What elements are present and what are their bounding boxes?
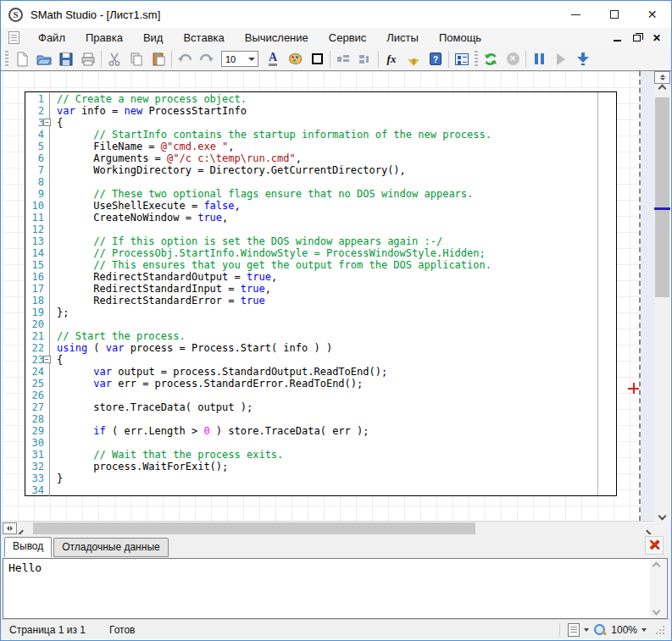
page-options-icon[interactable] [568, 623, 580, 637]
function-button[interactable]: fx [380, 49, 403, 69]
code-line[interactable]: 17 RedirectStandardInput = true, [25, 283, 616, 295]
code-line[interactable]: 5 FileName = @"cmd.exe ", [25, 141, 616, 152]
code-line[interactable]: 24 var output = process.StandardOutput.R… [25, 366, 616, 378]
mdi-minimize-icon[interactable] [614, 40, 621, 41]
show-elements-button[interactable] [451, 49, 473, 69]
code-line[interactable]: 32 process.WaitForExit(); [25, 461, 616, 472]
border-button[interactable] [306, 49, 328, 69]
code-line[interactable]: 23−{ [25, 354, 616, 366]
close-button[interactable]: ✕ [633, 1, 671, 28]
cut-button[interactable] [103, 49, 125, 69]
vertical-scroll-thumb[interactable] [655, 97, 669, 297]
menu-item[interactable]: Листы [376, 29, 429, 47]
menu-item[interactable]: Помощь [429, 29, 492, 47]
code-line[interactable]: 18 RedirectStandardError = true [25, 295, 616, 307]
menu-item[interactable]: Вид [133, 29, 174, 47]
paste-button[interactable] [147, 49, 169, 69]
output-scrollbar[interactable] [650, 560, 666, 617]
code-line[interactable]: 20 [25, 318, 616, 330]
splitter-button[interactable] [654, 71, 670, 84]
zoom-magnifier-icon[interactable] [593, 623, 607, 637]
output-textbox[interactable]: Hello [3, 558, 668, 619]
code-line[interactable]: 22using ( var process = Process.Start( i… [25, 342, 616, 354]
align-horizontal-button[interactable] [332, 49, 354, 69]
horizontal-scrollbar[interactable] [1, 521, 655, 534]
recalculate-button[interactable] [480, 49, 502, 69]
code-text: // Wait that the process exits. [50, 449, 283, 461]
font-color-button[interactable]: A [262, 49, 284, 69]
scroll-up-button[interactable] [654, 86, 670, 97]
menu-item[interactable]: Вычисление [235, 29, 319, 47]
code-line[interactable]: 11 CreateNoWindow = true, [25, 212, 616, 224]
debug-step-button[interactable] [572, 49, 594, 69]
code-line[interactable]: 6 Arguments = @"/c c:\temp\run.cmd", [25, 152, 616, 164]
output-tab[interactable]: Вывод [4, 537, 52, 557]
filter-button[interactable] [403, 49, 425, 69]
code-line[interactable]: 8 [25, 176, 616, 188]
background-color-button[interactable] [284, 49, 306, 69]
code-line[interactable]: 12 [25, 224, 616, 235]
redo-button[interactable] [196, 49, 218, 69]
vertical-scrollbar[interactable] [654, 71, 670, 521]
code-line[interactable]: 13 // If this option is set the DOS wind… [25, 235, 616, 247]
code-line[interactable]: 4 // StartInfo contains the startup info… [25, 129, 616, 141]
resize-grip[interactable] [656, 626, 664, 634]
code-line[interactable]: 1// Create a new process object. [25, 93, 616, 105]
code-line[interactable]: 25 var err = process.StandardError.ReadT… [25, 378, 616, 390]
code-line[interactable]: 27 store.TraceData( output ); [25, 401, 616, 413]
align-vertical-button[interactable] [354, 49, 376, 69]
horizontal-scroll-thumb[interactable] [33, 522, 475, 534]
code-line[interactable]: 7 WorkingDirectory = Directory.GetCurren… [25, 164, 616, 176]
code-line[interactable]: 9 // These two optional flags ensure tha… [25, 188, 616, 200]
run-button[interactable] [550, 49, 572, 69]
copy-button[interactable] [125, 49, 147, 69]
code-line[interactable]: 14 // ProcessObj.StartInfo.WindowStyle =… [25, 247, 616, 259]
code-region[interactable]: 1// Create a new process object.2var inf… [25, 91, 617, 496]
close-panel-button[interactable]: ✕ [645, 536, 664, 555]
line-number: 5 [25, 141, 50, 152]
code-line[interactable]: 31 // Wait that the process exits. [25, 449, 616, 461]
stop-button[interactable]: ✕ [502, 49, 524, 69]
code-line[interactable]: 15 // This ensures that you get the outp… [25, 259, 616, 271]
code-line[interactable]: 26 [25, 390, 616, 401]
mdi-restore-icon[interactable] [633, 35, 641, 41]
pause-button[interactable] [528, 49, 550, 69]
code-line[interactable]: 3−{ [25, 117, 616, 129]
save-button[interactable] [55, 49, 77, 69]
code-line[interactable]: 29 if ( err.Length > 0 ) store.TraceData… [25, 425, 616, 437]
reference-button[interactable]: ? [425, 49, 447, 69]
chevron-down-icon[interactable] [584, 628, 589, 632]
minimize-button[interactable] [557, 1, 595, 28]
zoom-level[interactable]: 100% [611, 624, 637, 636]
code-line[interactable]: 30 [25, 437, 616, 449]
worksheet-canvas[interactable]: 1// Create a new process object.2var inf… [2, 71, 655, 521]
print-button[interactable] [77, 49, 99, 69]
document-icon[interactable] [8, 31, 19, 44]
code-line[interactable]: 34 [25, 484, 616, 496]
toolbar-grip[interactable] [5, 51, 8, 68]
code-line[interactable]: 2var info = new ProcessStartInfo [25, 105, 616, 117]
font-size-combo[interactable]: 10 [221, 51, 258, 67]
code-line[interactable]: 10 UseShellExecute = false, [25, 200, 616, 212]
menu-item[interactable]: Правка [75, 29, 133, 47]
line-number: 24 [25, 366, 50, 378]
menu-item[interactable]: Файл [28, 29, 75, 47]
output-tab[interactable]: Отладочные данные [53, 538, 168, 557]
code-line[interactable]: 21// Start the process. [25, 330, 616, 342]
scroll-down-button[interactable] [654, 507, 670, 519]
code-line[interactable]: 33} [25, 472, 616, 484]
code-line[interactable]: 16 RedirectStandardOutput = true, [25, 271, 616, 283]
fold-marker-icon[interactable]: − [43, 356, 51, 363]
mdi-close-icon[interactable]: ✕ [653, 33, 661, 43]
splitter-button[interactable] [3, 522, 17, 534]
menu-item[interactable]: Сервис [319, 29, 377, 47]
fold-marker-icon[interactable]: − [43, 119, 51, 126]
open-file-button[interactable] [33, 49, 55, 69]
code-line[interactable]: 19}; [25, 307, 616, 318]
chevron-down-icon[interactable] [641, 628, 647, 632]
new-page-button[interactable] [11, 49, 33, 69]
undo-button[interactable] [174, 49, 196, 69]
menu-item[interactable]: Вставка [173, 29, 234, 47]
maximize-button[interactable] [595, 1, 633, 28]
code-line[interactable]: 28 [25, 413, 616, 425]
